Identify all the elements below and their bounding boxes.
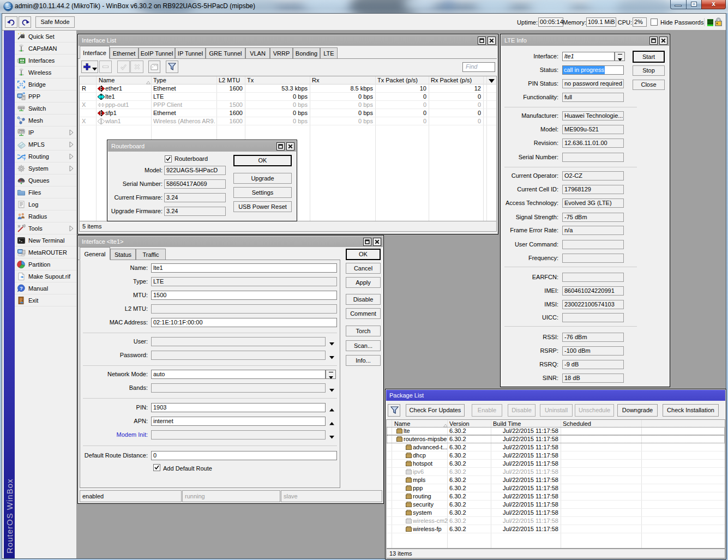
svg-text:?: ? xyxy=(20,286,23,291)
svg-text:255: 255 xyxy=(19,129,25,133)
